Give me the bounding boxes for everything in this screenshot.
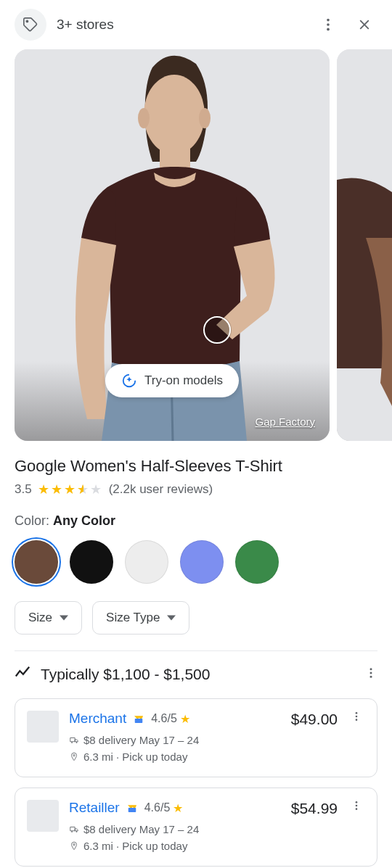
svg-point-19 — [356, 712, 358, 714]
svg-point-8 — [138, 108, 150, 128]
offer-body: Retailler 4.6/5 ★ $54.99 $8 delivery May… — [69, 800, 338, 854]
truck-icon — [69, 824, 79, 835]
offer-delivery: $8 delivery May 17 – 24 — [69, 732, 338, 749]
section-divider — [15, 650, 377, 651]
stores-count-label: 3+ stores — [57, 17, 305, 33]
price-insights-row: Typically $1,100 - $1,500 — [0, 664, 392, 684]
offer-rating: 4.6/5 ★ — [151, 712, 190, 726]
offer-price: $54.99 — [291, 800, 338, 817]
tag-icon — [23, 17, 38, 33]
svg-point-17 — [76, 742, 78, 743]
color-swatch-black[interactable] — [70, 540, 113, 584]
offer-pickup: 6.3 mi · Pick up today — [69, 838, 338, 855]
reviews-count: (2.2k user reviews) — [109, 482, 213, 497]
svg-point-24 — [76, 831, 78, 832]
size-type-filter-chip[interactable]: Size Type — [92, 601, 189, 635]
main-product-image[interactable]: Try-on models Gap Factory — [15, 49, 330, 441]
more-vertical-icon — [320, 17, 336, 33]
rating-value: 3.5 — [15, 482, 32, 497]
offer-more-button[interactable] — [348, 711, 365, 722]
sparkle-refresh-icon — [121, 373, 137, 389]
pin-icon — [69, 841, 79, 851]
tag-icon-chip[interactable] — [15, 9, 46, 41]
image-gallery: Try-on models Gap Factory — [0, 49, 392, 441]
try-on-models-button[interactable]: Try-on models — [105, 364, 239, 397]
svg-point-13 — [370, 671, 372, 674]
image-attribution-link[interactable]: Gap Factory — [255, 416, 315, 428]
more-vertical-icon — [364, 666, 377, 679]
svg-point-18 — [73, 754, 75, 756]
more-vertical-icon — [351, 711, 362, 722]
offer-body: Merchant 4.6/5 ★ $49.00 $8 delivery May … — [69, 711, 338, 765]
shop-badge-icon — [132, 712, 145, 725]
product-title: Google Women's Half-Sleeves T-Shirt — [15, 457, 377, 476]
offer-more-button[interactable] — [348, 800, 365, 811]
color-swatch-periwinkle[interactable] — [180, 540, 224, 584]
color-swatches — [15, 540, 377, 584]
caret-down-icon — [167, 613, 176, 622]
next-image-peek[interactable] — [337, 49, 392, 441]
svg-point-12 — [370, 668, 372, 670]
offer-price: $49.00 — [291, 711, 338, 728]
offer-card[interactable]: Retailler 4.6/5 ★ $54.99 $8 delivery May… — [15, 788, 377, 867]
svg-point-23 — [71, 831, 73, 832]
shop-badge-icon — [126, 801, 139, 814]
more-vertical-icon — [351, 800, 362, 811]
color-label: Color: Any Color — [15, 513, 377, 529]
svg-point-9 — [199, 108, 211, 128]
truck-icon — [69, 735, 79, 745]
svg-point-26 — [356, 801, 358, 803]
filter-chips: Size Size Type — [15, 601, 377, 635]
caret-down-icon — [60, 613, 68, 622]
offer-thumbnail — [27, 711, 59, 743]
svg-point-16 — [71, 742, 73, 743]
color-swatch-green[interactable] — [235, 540, 279, 584]
color-value: Any Color — [53, 513, 115, 528]
svg-point-0 — [26, 20, 28, 22]
svg-point-25 — [73, 843, 75, 845]
typically-price-label: Typically $1,100 - $1,500 — [41, 666, 354, 683]
offer-thumbnail — [27, 800, 59, 832]
svg-point-14 — [370, 675, 372, 677]
more-options-button[interactable] — [315, 12, 341, 38]
trend-icon — [15, 664, 30, 684]
svg-point-28 — [356, 808, 358, 810]
rating-stars: ★★★★★ — [38, 481, 103, 497]
svg-point-20 — [356, 716, 358, 718]
svg-rect-22 — [128, 808, 136, 812]
color-swatch-light-gray[interactable] — [125, 540, 168, 584]
svg-point-6 — [144, 75, 205, 154]
focus-point-indicator[interactable] — [203, 316, 231, 344]
svg-point-3 — [327, 28, 330, 31]
offer-merchant-name[interactable]: Retailler — [69, 800, 120, 816]
offer-merchant-name[interactable]: Merchant — [69, 711, 126, 727]
close-icon — [356, 17, 372, 33]
price-more-button[interactable] — [364, 666, 377, 682]
rating-row[interactable]: 3.5 ★★★★★ (2.2k user reviews) — [15, 481, 377, 497]
size-filter-chip[interactable]: Size — [15, 601, 82, 635]
close-button[interactable] — [351, 12, 377, 38]
model-illustration-peek — [337, 49, 392, 441]
svg-point-27 — [356, 805, 358, 807]
svg-rect-15 — [135, 719, 143, 723]
pin-icon — [69, 752, 79, 762]
offers-list: Merchant 4.6/5 ★ $49.00 $8 delivery May … — [0, 698, 392, 867]
svg-point-2 — [327, 23, 330, 26]
svg-point-1 — [327, 19, 330, 22]
top-bar: 3+ stores — [0, 0, 392, 49]
offer-card[interactable]: Merchant 4.6/5 ★ $49.00 $8 delivery May … — [15, 698, 377, 777]
svg-point-21 — [356, 719, 358, 721]
offer-rating: 4.6/5 ★ — [144, 801, 184, 815]
product-details: Google Women's Half-Sleeves T-Shirt 3.5 … — [0, 441, 392, 651]
offer-delivery: $8 delivery May 17 – 24 — [69, 822, 338, 838]
offer-pickup: 6.3 mi · Pick up today — [69, 749, 338, 766]
try-on-label: Try-on models — [144, 373, 223, 388]
color-swatch-brown[interactable] — [15, 540, 58, 584]
